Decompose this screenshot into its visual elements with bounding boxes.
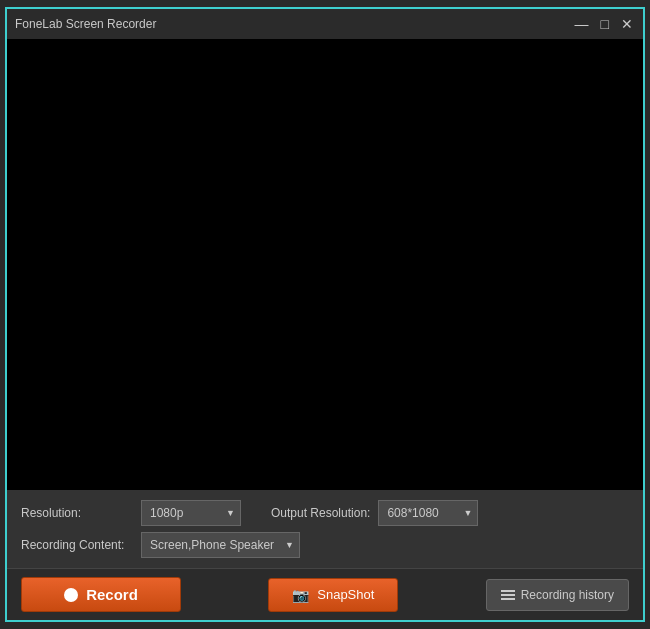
resolution-select-wrapper: 1080p 720p 480p	[141, 500, 241, 526]
history-label: Recording history	[521, 588, 614, 602]
output-resolution-label: Output Resolution:	[271, 506, 370, 520]
window-controls: — □ ✕	[573, 17, 635, 31]
record-label: Record	[86, 586, 138, 603]
bottom-bar: Record 📷 SnapShot Recording history	[7, 568, 643, 620]
list-icon	[501, 590, 515, 600]
output-resolution-group: Output Resolution: 608*1080 1920*1080	[271, 500, 478, 526]
recording-content-select[interactable]: Screen,Phone Speaker Screen Screen,Micro…	[141, 532, 300, 558]
snapshot-button[interactable]: 📷 SnapShot	[268, 578, 398, 612]
close-button[interactable]: ✕	[619, 17, 635, 31]
window-title: FoneLab Screen Recorder	[15, 17, 156, 31]
title-bar: FoneLab Screen Recorder — □ ✕	[7, 9, 643, 39]
record-button[interactable]: Record	[21, 577, 181, 612]
controls-bar: Resolution: 1080p 720p 480p Output Resol…	[7, 490, 643, 568]
recording-content-label: Recording Content:	[21, 538, 131, 552]
recording-content-select-wrapper: Screen,Phone Speaker Screen Screen,Micro…	[141, 532, 300, 558]
recording-history-button[interactable]: Recording history	[486, 579, 629, 611]
output-resolution-select[interactable]: 608*1080 1920*1080	[378, 500, 478, 526]
resolution-row: Resolution: 1080p 720p 480p Output Resol…	[21, 500, 629, 526]
record-dot-icon	[64, 588, 78, 602]
main-window: FoneLab Screen Recorder — □ ✕ Resolution…	[5, 7, 645, 622]
resolution-select[interactable]: 1080p 720p 480p	[141, 500, 241, 526]
maximize-button[interactable]: □	[599, 17, 611, 31]
camera-icon: 📷	[292, 587, 309, 603]
output-resolution-select-wrapper: 608*1080 1920*1080	[378, 500, 478, 526]
resolution-label: Resolution:	[21, 506, 131, 520]
preview-area	[7, 39, 643, 490]
snapshot-label: SnapShot	[317, 587, 374, 602]
minimize-button[interactable]: —	[573, 17, 591, 31]
recording-content-row: Recording Content: Screen,Phone Speaker …	[21, 532, 629, 558]
